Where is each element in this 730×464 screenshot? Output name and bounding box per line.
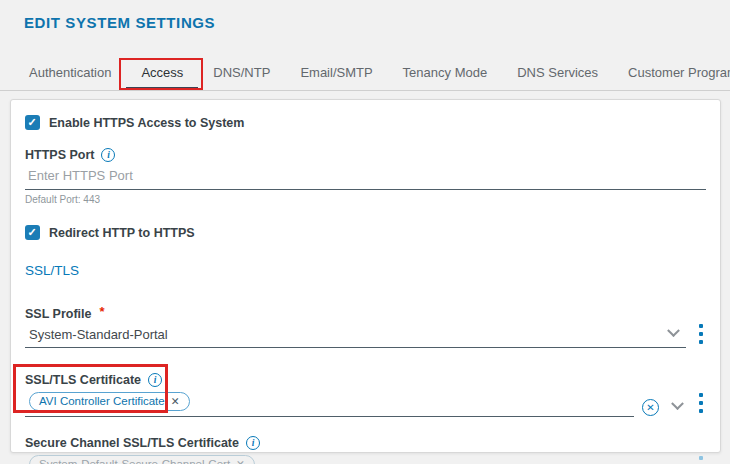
ssl-certificate-label: SSL/TLS Certificate — [25, 373, 141, 387]
ssl-profile-label: SSL Profile — [25, 307, 91, 321]
redirect-http-checkbox-row[interactable]: Redirect HTTP to HTTPS — [25, 225, 706, 240]
secure-channel-certificate-label: Secure Channel SSL/TLS Certificate — [25, 436, 239, 450]
tab-email-smtp[interactable]: Email/SMTP — [285, 65, 387, 90]
redirect-http-label: Redirect HTTP to HTTPS — [49, 226, 195, 240]
tab-dns-services[interactable]: DNS Services — [502, 65, 613, 90]
ssl-tls-section-heading: SSL/TLS — [25, 263, 706, 278]
ssl-profile-field: SSL Profile* System-Standard-Portal — [25, 306, 706, 348]
tab-customer-program[interactable]: Customer Program — [613, 65, 730, 90]
chip-remove-icon[interactable]: ✕ — [171, 395, 180, 407]
chevron-down-icon[interactable] — [671, 397, 684, 410]
info-icon[interactable]: i — [246, 436, 260, 450]
https-port-input[interactable] — [25, 164, 706, 190]
tab-access[interactable]: Access — [126, 65, 198, 90]
ssl-certificate-chip[interactable]: AVI Controller Certificate ✕ — [29, 392, 190, 411]
chip-remove-icon: ✕ — [236, 458, 245, 464]
checkbox-checked-icon[interactable] — [25, 225, 40, 240]
info-icon[interactable]: i — [101, 148, 115, 162]
info-icon[interactable]: i — [148, 373, 162, 387]
ssl-profile-menu-button[interactable] — [699, 324, 703, 344]
ssl-certificate-menu-button[interactable] — [699, 393, 703, 413]
chevron-down-icon — [671, 460, 684, 464]
https-port-label: HTTPS Port — [25, 148, 94, 162]
secure-channel-certificate-menu-button — [699, 456, 703, 464]
clear-selection-icon[interactable]: ✕ — [642, 399, 659, 416]
tab-dns-ntp[interactable]: DNS/NTP — [198, 65, 285, 90]
enable-https-checkbox-row[interactable]: Enable HTTPS Access to System — [25, 115, 706, 130]
secure-channel-certificate-chip: System-Default-Secure-Channel-Cert ✕ — [29, 455, 255, 464]
secure-channel-certificate-select: System-Default-Secure-Channel-Cert ✕ — [25, 453, 665, 464]
enable-https-label: Enable HTTPS Access to System — [49, 116, 244, 130]
secure-channel-certificate-chip-label: System-Default-Secure-Channel-Cert — [39, 458, 230, 464]
required-marker: * — [99, 304, 104, 319]
tab-tenancy-mode[interactable]: Tenancy Mode — [388, 65, 503, 90]
secure-channel-certificate-field: Secure Channel SSL/TLS Certificate i Sys… — [25, 436, 706, 464]
tab-access-label: Access — [141, 65, 183, 80]
ssl-profile-select[interactable]: System-Standard-Portal — [25, 324, 686, 348]
chevron-down-icon[interactable] — [667, 324, 680, 337]
page-title: EDIT SYSTEM SETTINGS — [0, 0, 730, 31]
https-port-field: HTTPS Port i Default Port: 443 — [25, 148, 706, 205]
ssl-certificate-field: SSL/TLS Certificate i AVI Controller Cer… — [25, 373, 706, 417]
settings-panel: Enable HTTPS Access to System HTTPS Port… — [10, 99, 721, 453]
https-port-helper-text: Default Port: 443 — [25, 194, 706, 205]
checkbox-checked-icon[interactable] — [25, 115, 40, 130]
ssl-certificate-chip-label: AVI Controller Certificate — [39, 395, 165, 407]
tab-authentication[interactable]: Authentication — [14, 65, 126, 90]
ssl-certificate-select[interactable]: AVI Controller Certificate ✕ — [25, 390, 634, 417]
ssl-profile-value: System-Standard-Portal — [29, 327, 661, 342]
tab-bar: Authentication Access DNS/NTP Email/SMTP… — [0, 58, 730, 91]
